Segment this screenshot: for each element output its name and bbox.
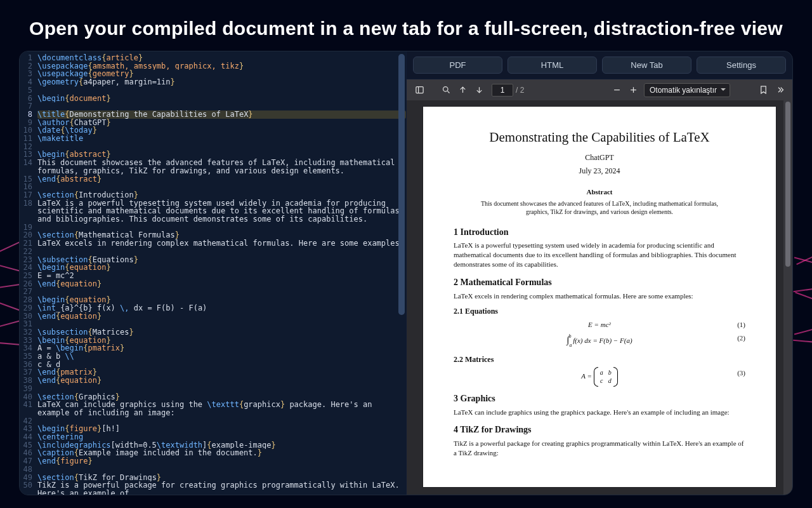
code-line[interactable]: 43\begin{figure}[h!] — [20, 425, 406, 433]
tab-html[interactable]: HTML — [508, 57, 597, 74]
code-line[interactable]: 41LaTeX can include graphics using the \… — [20, 401, 406, 417]
code-line[interactable]: 22 — [20, 248, 406, 256]
code-line[interactable]: 21LaTeX excels in rendering complex math… — [20, 239, 406, 248]
doc-title: Demonstrating the Capabilities of LaTeX — [454, 128, 745, 146]
page-down-icon[interactable] — [473, 84, 485, 97]
code-line[interactable]: 11\maketitle — [20, 135, 406, 143]
code-line[interactable]: 25E = mc^2 — [20, 272, 406, 280]
abstract-text: This document showcases the advanced fea… — [473, 199, 726, 217]
svg-point-2 — [443, 87, 448, 92]
subsection-equations: 2.1 Equations — [454, 306, 745, 316]
section-graphics: 3 Graphics — [454, 393, 745, 405]
code-line[interactable]: 19 — [20, 224, 406, 232]
code-line[interactable]: 17\section{Introduction} — [20, 191, 406, 199]
code-line[interactable]: 1\documentclass{article} — [20, 54, 406, 62]
code-line[interactable]: 23\subsection{Equations} — [20, 256, 406, 264]
svg-line-3 — [447, 91, 449, 93]
code-editor[interactable]: 1\documentclass{article}2\usepackage{ams… — [20, 51, 406, 495]
page-headline: Open your compiled document in a new tab… — [0, 0, 812, 51]
section-intro: 1 Introduction — [454, 227, 745, 239]
pdf-viewer[interactable]: Demonstrating the Capabilities of LaTeX … — [407, 100, 792, 495]
code-line[interactable]: 45\includegraphics[width=0.5\textwidth]{… — [20, 441, 406, 450]
code-line[interactable]: 13\begin{abstract} — [20, 150, 406, 159]
svg-rect-0 — [416, 87, 422, 93]
code-line[interactable]: 40\section{Graphics} — [20, 393, 406, 401]
code-line[interactable]: 42 — [20, 417, 406, 425]
math-intro: LaTeX excels in rendering complex mathem… — [454, 291, 745, 301]
sidebar-toggle-icon[interactable] — [413, 84, 426, 97]
abstract-label: Abstract — [454, 187, 745, 197]
code-line[interactable]: 18LaTeX is a powerful typesetting system… — [20, 199, 406, 224]
code-line[interactable]: 44\centering — [20, 433, 406, 441]
code-line[interactable]: 26\end{equation} — [20, 280, 406, 288]
code-line[interactable]: 15\end{abstract} — [20, 175, 406, 184]
page-total: / 2 — [516, 86, 524, 95]
section-tikz: 4 TikZ for Drawings — [454, 424, 745, 436]
zoom-in-icon[interactable] — [627, 84, 640, 97]
doc-author: ChatGPT — [454, 152, 745, 163]
code-line[interactable]: 2\usepackage{amsmath, amssymb, graphicx,… — [20, 62, 406, 70]
code-line[interactable]: 14This document showcases the advanced f… — [20, 159, 406, 175]
code-line[interactable]: 5 — [20, 86, 406, 95]
page-indicator: / 2 — [492, 84, 524, 97]
page-number-input[interactable] — [492, 84, 513, 97]
preview-tabs: PDF HTML New Tab Settings — [407, 51, 792, 79]
equation-1: E = mc²(1) — [454, 320, 745, 330]
tab-newtab[interactable]: New Tab — [602, 57, 691, 74]
code-line[interactable]: 16 — [20, 183, 406, 191]
decorative-lines-left — [0, 241, 19, 381]
code-line[interactable]: 12 — [20, 143, 406, 151]
code-line[interactable]: 49\section{TikZ for Drawings} — [20, 474, 406, 482]
intro-text: LaTeX is a powerful typesetting system u… — [454, 241, 745, 269]
code-line[interactable]: 32\subsection{Matrices} — [20, 328, 406, 337]
code-line[interactable]: 39 — [20, 385, 406, 393]
page-up-icon[interactable] — [456, 84, 469, 97]
subsection-matrices: 2.2 Matrices — [454, 354, 745, 364]
code-line[interactable]: 3\usepackage{geometry} — [20, 70, 406, 78]
doc-date: July 23, 2024 — [454, 166, 745, 176]
decorative-lines-right — [793, 241, 812, 381]
code-line[interactable]: 46\caption{Example image included in the… — [20, 449, 406, 457]
code-line[interactable]: 47\end{figure} — [20, 457, 406, 465]
code-line[interactable]: 35a & b \\ — [20, 352, 406, 361]
code-line[interactable]: 10\date{\today} — [20, 126, 406, 135]
code-line[interactable]: 27 — [20, 288, 406, 296]
zoom-out-icon[interactable] — [611, 84, 624, 97]
section-math: 2 Mathematical Formulas — [454, 277, 745, 289]
viewer-scrollbar[interactable] — [783, 100, 792, 495]
code-line[interactable]: 9\author{ChatGPT} — [20, 119, 406, 127]
search-icon[interactable] — [440, 84, 452, 97]
more-icon[interactable] — [773, 84, 786, 97]
code-line[interactable]: 29\int_{a}^{b} f(x) \, dx = F(b) - F(a) — [20, 304, 406, 312]
code-line[interactable]: 37\end{pmatrix} — [20, 368, 406, 377]
zoom-select[interactable]: Otomatik yakınlaştır — [644, 83, 730, 97]
code-line[interactable]: 34A = \begin{pmatrix} — [20, 344, 406, 352]
equation-3: A = abcd (3) — [454, 368, 745, 385]
equation-2: ∫ab f(x) dx = F(b) − F(a) (2) — [454, 333, 745, 349]
editor-scrollbar[interactable] — [398, 54, 405, 492]
code-line[interactable]: 36c & d — [20, 361, 406, 369]
code-line[interactable]: 6\begin{document} — [20, 95, 406, 103]
code-line[interactable]: 4\geometry{a4paper, margin=1in} — [20, 78, 406, 86]
code-line[interactable]: 28\begin{equation} — [20, 296, 406, 304]
code-line[interactable]: 30\end{equation} — [20, 312, 406, 321]
tikz-text: TikZ is a powerful package for creating … — [454, 439, 745, 458]
bookmark-icon[interactable] — [757, 84, 769, 97]
tab-pdf[interactable]: PDF — [413, 57, 502, 74]
code-line[interactable]: 24\begin{equation} — [20, 264, 406, 272]
code-line[interactable]: 38\end{equation} — [20, 377, 406, 385]
app-frame: 1\documentclass{article}2\usepackage{ams… — [19, 51, 793, 495]
code-line[interactable]: 20\section{Mathematical Formulas} — [20, 231, 406, 239]
preview-panel: PDF HTML New Tab Settings / 2 — [406, 51, 792, 495]
code-line[interactable]: 31 — [20, 320, 406, 328]
code-line[interactable]: 33\begin{equation} — [20, 337, 406, 345]
pdf-toolbar: / 2 Otomatik yakınlaştır — [407, 79, 792, 100]
code-line[interactable]: 48 — [20, 465, 406, 474]
code-line[interactable]: 8\title{Demonstrating the Capabilities o… — [20, 110, 406, 119]
pdf-page: Demonstrating the Capabilities of LaTeX … — [423, 107, 776, 487]
code-line[interactable]: 7 — [20, 102, 406, 110]
code-line[interactable]: 50TikZ is a powerful package for creatin… — [20, 481, 406, 495]
tab-settings[interactable]: Settings — [697, 57, 786, 74]
graphics-text: LaTeX can include graphics using the gra… — [454, 408, 745, 417]
